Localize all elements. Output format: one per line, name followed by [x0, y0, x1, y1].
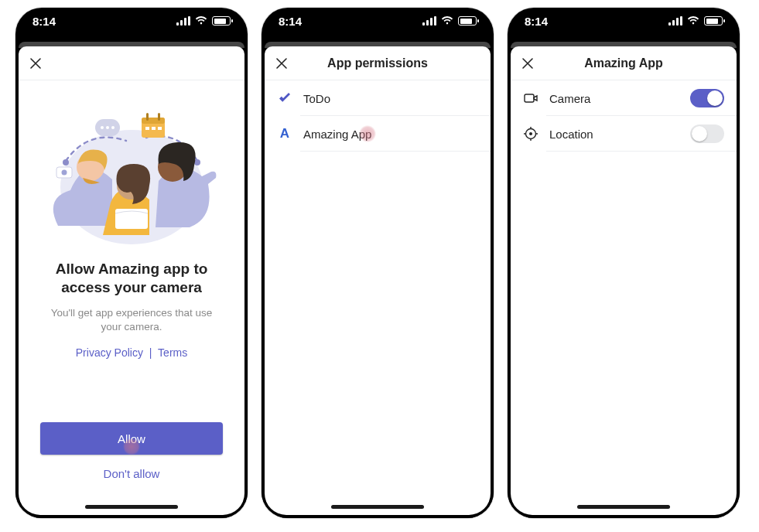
phone-app-permissions-list: 8:14 App permissions — [262, 8, 494, 518]
battery-icon — [212, 16, 231, 26]
phone-app-permission-toggles: 8:14 Amazing App — [508, 8, 740, 518]
close-button[interactable] — [511, 46, 545, 80]
wifi-icon — [441, 16, 453, 26]
location-icon — [523, 126, 538, 142]
svg-point-5 — [106, 126, 109, 129]
permission-title: Allow Amazing app to access your camera — [19, 254, 244, 302]
close-icon — [275, 57, 288, 70]
status-time: 8:14 — [32, 15, 56, 28]
check-icon — [277, 90, 292, 106]
modal-sheet: Allow Amazing app to access your camera … — [19, 46, 244, 515]
svg-rect-9 — [146, 113, 149, 121]
svg-rect-11 — [145, 127, 149, 130]
status-bar: 8:14 — [15, 8, 248, 34]
svg-rect-10 — [158, 113, 160, 121]
svg-point-22 — [529, 132, 532, 135]
phone-permission-prompt: 8:14 — [15, 8, 248, 518]
close-icon — [29, 57, 42, 70]
home-indicator[interactable] — [331, 505, 424, 509]
status-indicators — [668, 16, 723, 26]
status-bar: 8:14 — [262, 8, 494, 34]
permission-label: Location — [549, 128, 679, 141]
app-row-label: Amazing App — [303, 128, 478, 141]
permission-illustration — [19, 80, 244, 254]
cellular-signal-icon — [668, 16, 682, 26]
svg-rect-20 — [525, 94, 534, 102]
svg-point-4 — [101, 126, 104, 129]
app-row-label: ToDo — [303, 92, 478, 105]
modal-sheet: Amazing App Camera — [511, 46, 737, 515]
allow-button-label: Allow — [118, 432, 145, 445]
svg-point-1 — [63, 159, 69, 165]
wifi-icon — [687, 16, 699, 26]
cellular-signal-icon — [422, 16, 436, 26]
permission-row-camera: Camera — [511, 80, 737, 116]
status-indicators — [422, 16, 477, 26]
wifi-icon — [195, 16, 207, 26]
cellular-signal-icon — [176, 16, 190, 26]
privacy-policy-link[interactable]: Privacy Policy — [76, 346, 143, 359]
close-button[interactable] — [19, 46, 53, 80]
allow-button[interactable]: Allow — [40, 422, 223, 455]
app-row-todo[interactable]: ToDo — [265, 80, 491, 116]
battery-icon — [704, 16, 723, 26]
camera-icon — [523, 90, 538, 106]
svg-rect-8 — [142, 118, 165, 124]
policy-links: Privacy Policy | Terms — [19, 340, 244, 359]
dont-allow-button[interactable]: Don't allow — [40, 459, 223, 487]
app-row-amazing-app[interactable]: A Amazing App — [265, 116, 491, 152]
status-time: 8:14 — [525, 15, 548, 28]
svg-rect-19 — [115, 209, 148, 229]
home-indicator[interactable] — [577, 505, 670, 509]
status-indicators — [176, 16, 231, 26]
svg-rect-13 — [158, 127, 162, 130]
permission-label: Camera — [549, 92, 679, 105]
home-indicator[interactable] — [85, 505, 178, 509]
permission-row-location: Location — [511, 116, 737, 152]
app-letter-icon: A — [277, 126, 292, 142]
camera-toggle[interactable] — [690, 89, 724, 107]
close-button[interactable] — [265, 46, 299, 80]
battery-icon — [458, 16, 477, 26]
close-icon — [521, 57, 534, 70]
status-time: 8:14 — [279, 15, 302, 28]
status-bar: 8:14 — [508, 8, 740, 34]
svg-point-15 — [62, 170, 67, 176]
link-separator: | — [146, 346, 156, 359]
location-toggle[interactable] — [690, 124, 724, 143]
modal-sheet: App permissions ToDo A Amazing — [265, 46, 491, 515]
svg-point-6 — [111, 126, 115, 129]
permission-subtitle: You'll get app experiences that use your… — [19, 302, 244, 340]
terms-link[interactable]: Terms — [158, 346, 187, 359]
svg-rect-12 — [152, 127, 156, 130]
